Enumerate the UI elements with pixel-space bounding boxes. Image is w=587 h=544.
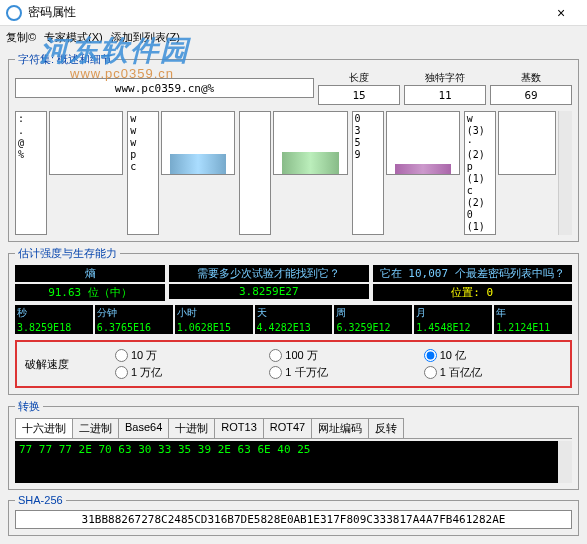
speed-label: 破解速度 xyxy=(25,357,115,372)
bar-chart xyxy=(49,111,123,175)
speed-radio[interactable] xyxy=(269,349,282,362)
base-label: 基数 xyxy=(490,71,572,85)
tab-3[interactable]: 十进制 xyxy=(168,418,215,438)
speed-radio[interactable] xyxy=(424,349,437,362)
base-value: 69 xyxy=(490,85,572,105)
convert-group: 转换 十六进制二进制Base64十进制ROT13ROT47网址编码反转 77 7… xyxy=(8,399,579,490)
time-label: 天 xyxy=(255,305,333,321)
time-value: 6.3765E16 xyxy=(95,321,173,334)
close-button[interactable]: × xyxy=(541,5,581,21)
time-value: 3.8259E18 xyxy=(15,321,93,334)
char-list: w (3)· (2)p (1)c (2)0 (1) xyxy=(464,111,496,235)
tab-4[interactable]: ROT13 xyxy=(214,418,263,438)
estimate-group: 估计强度与生存能力 熵 91.63 位（中） 需要多少次试验才能找到它？ 3.8… xyxy=(8,246,579,395)
sha-group: SHA-256 31BB88267278C2485CD316B7DE5828E0… xyxy=(8,494,579,536)
worst-value: 位置: 0 xyxy=(373,284,573,301)
tab-6[interactable]: 网址编码 xyxy=(311,418,369,438)
length-value: 15 xyxy=(318,85,400,105)
time-label: 年 xyxy=(494,305,572,321)
convert-text: 77 77 77 2E 70 63 30 33 35 39 2E 63 6E 4… xyxy=(19,443,310,456)
sha-legend: SHA-256 xyxy=(15,494,66,506)
char-list: :.@% xyxy=(15,111,47,235)
password-display: www.pc0359.cn@% xyxy=(15,78,314,98)
sha-value: 31BB88267278C2485CD316B7DE5828E0AB1E317F… xyxy=(15,510,572,529)
charset-legend: 字符集: 概述和细节 xyxy=(15,52,115,67)
crack-speed-box: 破解速度 10 万100 万10 亿1 万亿1 千万亿1 百亿亿 xyxy=(15,340,572,388)
length-label: 长度 xyxy=(318,71,400,85)
speed-radio[interactable] xyxy=(115,366,128,379)
menu-add[interactable]: 添加到列表(Z) xyxy=(111,30,180,45)
entropy-label: 熵 xyxy=(15,265,165,282)
tab-2[interactable]: Base64 xyxy=(118,418,169,438)
time-label: 周 xyxy=(334,305,412,321)
char-list xyxy=(239,111,271,235)
speed-radio[interactable] xyxy=(424,366,437,379)
convert-output: 77 77 77 2E 70 63 30 33 35 39 2E 63 6E 4… xyxy=(15,441,572,483)
attempts-label: 需要多少次试验才能找到它？ xyxy=(169,265,369,282)
time-value: 1.2124E11 xyxy=(494,321,572,334)
attempts-value: 3.8259E27 xyxy=(169,284,369,299)
time-label: 分钟 xyxy=(95,305,173,321)
time-value: 4.4282E13 xyxy=(255,321,333,334)
time-label: 秒 xyxy=(15,305,93,321)
menubar: 复制© 专家模式(X) 添加到列表(Z) 河东软件园 www.pc0359.cn xyxy=(0,26,587,48)
menu-copy[interactable]: 复制© xyxy=(6,30,36,45)
speed-radio[interactable] xyxy=(269,366,282,379)
speed-option[interactable]: 1 百亿亿 xyxy=(424,365,562,380)
bar-chart xyxy=(498,111,556,175)
tab-1[interactable]: 二进制 xyxy=(72,418,119,438)
app-icon xyxy=(6,5,22,21)
entropy-value: 91.63 位（中） xyxy=(15,284,165,301)
tab-5[interactable]: ROT47 xyxy=(263,418,312,438)
speed-option[interactable]: 1 千万亿 xyxy=(269,365,407,380)
convert-legend: 转换 xyxy=(15,399,43,414)
char-list: wwwpc xyxy=(127,111,159,235)
speed-radio[interactable] xyxy=(115,349,128,362)
bar-chart xyxy=(386,111,460,175)
time-value: 6.3259E12 xyxy=(334,321,412,334)
bar-chart xyxy=(161,111,235,175)
time-label: 月 xyxy=(414,305,492,321)
speed-option[interactable]: 100 万 xyxy=(269,348,407,363)
tab-7[interactable]: 反转 xyxy=(368,418,404,438)
unique-value: 11 xyxy=(404,85,486,105)
scrollbar[interactable] xyxy=(558,111,572,235)
charset-group: 字符集: 概述和细节 www.pc0359.cn@% 长度15 独特字符11 基… xyxy=(8,52,579,242)
scrollbar[interactable] xyxy=(558,441,572,483)
unique-label: 独特字符 xyxy=(404,71,486,85)
tab-0[interactable]: 十六进制 xyxy=(15,418,73,438)
titlebar: 密码属性 × xyxy=(0,0,587,26)
time-value: 1.4548E12 xyxy=(414,321,492,334)
char-list: 0359 xyxy=(352,111,384,235)
speed-option[interactable]: 1 万亿 xyxy=(115,365,253,380)
menu-mode[interactable]: 专家模式(X) xyxy=(44,30,103,45)
speed-option[interactable]: 10 亿 xyxy=(424,348,562,363)
bar-chart xyxy=(273,111,347,175)
estimate-legend: 估计强度与生存能力 xyxy=(15,246,120,261)
time-value: 1.0628E15 xyxy=(175,321,253,334)
worst-label: 它在 10,007 个最差密码列表中吗？ xyxy=(373,265,573,282)
speed-option[interactable]: 10 万 xyxy=(115,348,253,363)
window-title: 密码属性 xyxy=(28,4,541,21)
time-label: 小时 xyxy=(175,305,253,321)
